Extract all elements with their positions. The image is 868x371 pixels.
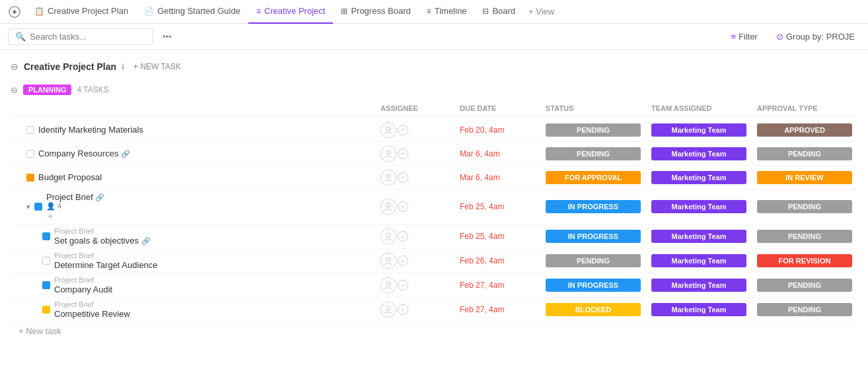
status-badge[interactable]: BLOCKED — [546, 303, 641, 316]
add-assignee-button[interactable]: + — [398, 149, 408, 159]
avatar[interactable] — [380, 146, 396, 162]
due-date-cell: Feb 27, 4am — [454, 304, 540, 316]
add-assignee-button[interactable]: + — [398, 201, 408, 212]
task-name[interactable]: Determine Target Audience — [54, 260, 158, 270]
attachment-icon[interactable]: 🔗 — [121, 150, 130, 158]
project-collapse-button[interactable]: ⊖ — [11, 61, 18, 72]
approval-cell: FOR REVISION — [752, 253, 857, 269]
column-headers: ASSIGNEE DUE DATE STATUS TEAM ASSIGNED A… — [11, 100, 857, 117]
status-cell: IN PROGRESS — [540, 277, 646, 293]
status-badge[interactable]: PENDING — [546, 123, 641, 137]
task-name[interactable]: Budget Proposal — [38, 172, 102, 182]
tab-creative-project[interactable]: ≡Creative Project — [248, 0, 334, 24]
task-name[interactable]: Set goals & objectives 🔗 — [54, 236, 151, 246]
filter-button[interactable]: ≡ Filter — [725, 29, 762, 44]
task-list: Identify Marketing Materials + Feb 20, 4… — [11, 118, 857, 322]
approval-badge[interactable]: PENDING — [757, 279, 852, 292]
task-checkbox[interactable] — [26, 126, 34, 134]
approval-badge[interactable]: FOR REVISION — [757, 254, 852, 267]
tab-progress-board[interactable]: ⊞Progress Board — [333, 0, 418, 24]
table-row: Project BriefCompetitive Review + Feb 27… — [11, 298, 857, 322]
task-name-col: Budget Proposal — [38, 172, 102, 182]
section-collapse-button[interactable]: ⊖ — [11, 85, 18, 95]
approval-cell: PENDING — [752, 302, 857, 318]
task-checkbox[interactable] — [26, 150, 34, 158]
tab-creative-project-plan[interactable]: 📋Creative Project Plan — [26, 0, 136, 24]
avatar[interactable] — [380, 277, 396, 293]
team-cell: Marketing Team — [646, 170, 752, 186]
approval-cell: PENDING — [752, 277, 857, 293]
status-badge[interactable]: IN PROGRESS — [546, 200, 641, 213]
task-name[interactable]: Company Audit — [54, 285, 112, 294]
status-badge[interactable]: IN PROGRESS — [546, 230, 641, 243]
col-header-status: STATUS — [540, 103, 646, 114]
search-input[interactable] — [30, 32, 146, 42]
subtask-count[interactable]: 👤 4 — [46, 202, 104, 211]
avatar[interactable] — [380, 302, 396, 318]
search-box[interactable]: 🔍 — [8, 28, 153, 45]
tab-getting-started-guide[interactable]: 📄Getting Started Guide — [136, 0, 248, 24]
approval-badge[interactable]: IN REVIEW — [757, 171, 852, 184]
status-cell: IN PROGRESS — [540, 199, 646, 215]
due-date-cell: Feb 27, 4am — [454, 279, 540, 291]
collapse-arrow[interactable]: ▾ — [26, 203, 30, 211]
task-name[interactable]: Competitive Review — [54, 309, 130, 319]
task-checkbox[interactable] — [34, 203, 42, 211]
more-options-button[interactable]: ••• — [159, 29, 176, 44]
approval-cell: PENDING — [752, 199, 857, 215]
task-checkbox[interactable] — [42, 257, 50, 265]
task-checkbox[interactable] — [42, 232, 50, 240]
col-header-name — [11, 103, 375, 114]
approval-badge[interactable]: PENDING — [757, 303, 852, 316]
add-assignee-button[interactable]: + — [398, 304, 408, 315]
task-checkbox[interactable] — [26, 174, 34, 182]
due-date-cell: Mar 6, 4am — [454, 148, 540, 160]
task-checkbox[interactable] — [42, 281, 50, 289]
task-name[interactable]: Identify Marketing Materials — [38, 125, 143, 135]
add-assignee-button[interactable]: + — [398, 172, 408, 183]
task-name[interactable]: Company Resources 🔗 — [38, 149, 130, 158]
attachment-icon[interactable]: 🔗 — [95, 193, 104, 201]
status-badge[interactable]: PENDING — [546, 254, 641, 267]
status-badge[interactable]: IN PROGRESS — [546, 279, 641, 292]
task-name-col: Project BriefDetermine Target Audience — [54, 252, 158, 270]
tab-label-creative-project-plan: Creative Project Plan — [48, 6, 128, 16]
approval-badge[interactable]: PENDING — [757, 230, 852, 243]
approval-badge[interactable]: PENDING — [757, 200, 852, 213]
group-by-button[interactable]: ⊙ Group by: PROJE — [771, 29, 860, 44]
avatar[interactable] — [380, 199, 396, 215]
tab-board[interactable]: ⊟Board — [474, 0, 523, 24]
task-name[interactable]: Project Brief 🔗 👤 4+ — [46, 192, 104, 221]
new-task-button[interactable]: + NEW TASK — [129, 61, 185, 73]
approval-badge[interactable]: PENDING — [757, 147, 852, 160]
add-subtask-button[interactable]: + — [46, 211, 54, 221]
attachment-icon[interactable]: 🔗 — [141, 237, 151, 245]
tab-timeline[interactable]: ≡Timeline — [419, 0, 475, 24]
team-badge: Marketing Team — [651, 147, 746, 160]
tab-label-timeline: Timeline — [435, 6, 467, 16]
task-checkbox[interactable] — [42, 306, 50, 314]
section-task-count: 4 TASKS — [77, 85, 108, 94]
team-cell: Marketing Team — [646, 199, 752, 215]
new-task-footer-button[interactable]: + New task — [11, 322, 857, 340]
due-date-cell: Feb 25, 4am — [454, 230, 540, 242]
project-info-icon[interactable]: ℹ — [122, 63, 124, 71]
avatar[interactable] — [380, 228, 396, 244]
assignee-cell: + — [375, 168, 454, 187]
approval-badge[interactable]: APPROVED — [757, 123, 852, 137]
add-assignee-button[interactable]: + — [398, 255, 408, 266]
avatar[interactable] — [380, 253, 396, 269]
assignee-cell: + — [375, 197, 454, 216]
add-assignee-button[interactable]: + — [398, 125, 408, 135]
status-badge[interactable]: FOR APPROVAL — [546, 171, 641, 184]
approval-cell: PENDING — [752, 228, 857, 244]
avatar[interactable] — [380, 122, 396, 138]
add-assignee-button[interactable]: + — [398, 280, 408, 290]
add-assignee-button[interactable]: + — [398, 231, 408, 242]
avatar[interactable] — [380, 170, 396, 186]
due-date-cell: Feb 26, 4am — [454, 255, 540, 267]
add-view-tab[interactable]: + View — [523, 0, 560, 24]
status-badge[interactable]: PENDING — [546, 147, 641, 160]
tab-label-board: Board — [492, 6, 515, 16]
tab-label-progress-board: Progress Board — [351, 6, 410, 16]
